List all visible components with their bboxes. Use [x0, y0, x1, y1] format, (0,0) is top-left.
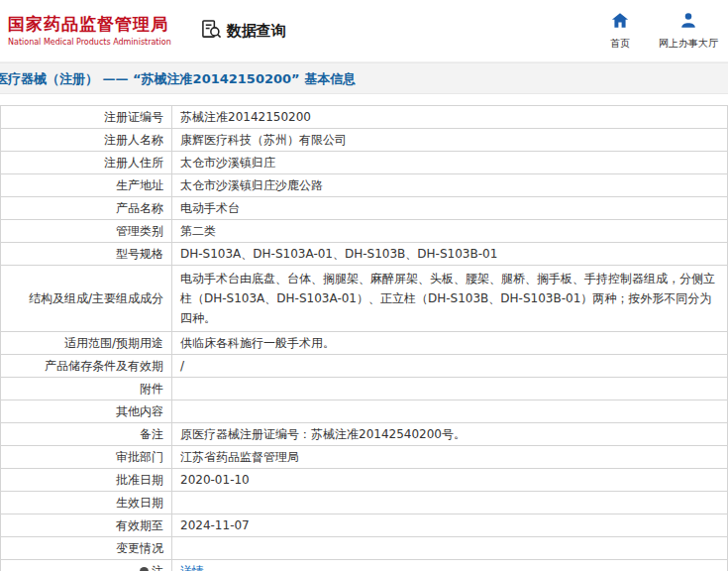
table-row: 生产地址 太仓市沙溪镇归庄沙鹿公路 — [1, 174, 728, 197]
table-row: 审批部门 江苏省药品监督管理局 — [1, 446, 728, 469]
row-label: 备注 — [1, 423, 172, 446]
table-row: 变更情况 — [1, 537, 728, 560]
data-query-icon — [201, 19, 227, 44]
row-value: 江苏省药品监督管理局 — [172, 446, 728, 469]
note-icon — [140, 567, 149, 571]
table-row: 生效日期 — [1, 492, 728, 514]
row-value — [172, 400, 728, 423]
row-value: 电动手术台 — [172, 197, 728, 220]
row-label: 生产地址 — [1, 174, 172, 197]
row-label: 产品名称 — [1, 197, 172, 220]
row-label: 变更情况 — [1, 537, 172, 560]
row-label: 其他内容 — [1, 400, 172, 423]
table-row: 附件 — [1, 378, 728, 400]
info-table: 注册证编号 苏械注准20142150200 注册人名称 康辉医疗科技（苏州）有限… — [0, 105, 728, 571]
page-title-bar: 医疗器械（注册） —— “苏械注准20142150200” 基本信息 — [0, 62, 728, 94]
row-label: 产品储存条件及有效期 — [1, 355, 172, 378]
nav-service-hall-label: 网上办事大厅 — [659, 37, 718, 51]
table-row: 产品名称 电动手术台 — [1, 197, 728, 220]
nav-home[interactable]: 首页 — [603, 12, 637, 51]
table-row: 管理类别 第二类 — [1, 220, 728, 243]
top-nav: 首页 网上办事大厅 — [603, 12, 728, 51]
row-label-note: 注 — [1, 560, 172, 571]
table-row: 适用范围/预期用途 供临床各科施行一般手术用。 — [1, 332, 728, 355]
nmpa-logo: 国家药品监督管理局 National Medical Products Admi… — [0, 15, 171, 47]
row-label: 注册证编号 — [1, 106, 172, 129]
row-label: 批准日期 — [1, 469, 172, 492]
row-value: 2024-11-07 — [172, 514, 728, 537]
row-value: 2020-01-10 — [172, 469, 728, 492]
row-label: 管理类别 — [1, 220, 172, 243]
site-header: 国家药品监督管理局 National Medical Products Admi… — [0, 0, 728, 62]
table-row: 注 详情 — [1, 560, 728, 571]
home-icon — [611, 12, 629, 33]
nav-service-hall[interactable]: 网上办事大厅 — [659, 12, 718, 51]
table-row: 注册证编号 苏械注准20142150200 — [1, 106, 728, 129]
row-value: / — [172, 355, 728, 378]
table-row: 产品储存条件及有效期 / — [1, 355, 728, 378]
row-label: 审批部门 — [1, 446, 172, 469]
row-label: 结构及组成/主要组成成分 — [1, 266, 172, 332]
table-row: 注册人住所 太仓市沙溪镇归庄 — [1, 152, 728, 174]
data-query-label: 数据查询 — [227, 22, 286, 41]
table-row: 备注 原医疗器械注册证编号：苏械注准20142540200号。 — [1, 423, 728, 446]
table-row: 其他内容 — [1, 400, 728, 423]
logo-title-en: National Medical Products Administration — [8, 38, 171, 47]
table-row: 注册人名称 康辉医疗科技（苏州）有限公司 — [1, 129, 728, 152]
row-value: 第二类 — [172, 220, 728, 243]
row-value — [172, 378, 728, 400]
data-query-tab[interactable]: 数据查询 — [201, 19, 286, 44]
table-row: 型号规格 DH-S103A、DH-S103A-01、DH-S103B、DH-S1… — [1, 243, 728, 266]
table-row: 批准日期 2020-01-10 — [1, 469, 728, 492]
row-value: 详情 — [172, 560, 728, 571]
row-value: DH-S103A、DH-S103A-01、DH-S103B、DH-S103B-0… — [172, 243, 728, 266]
logo-title-cn: 国家药品监督管理局 — [8, 15, 171, 35]
row-value — [172, 537, 728, 560]
row-label: 生效日期 — [1, 492, 172, 514]
note-label: 注 — [152, 564, 163, 571]
row-label: 有效期至 — [1, 514, 172, 537]
row-value: 电动手术台由底盘、台体、搁腿架、麻醉屏架、头板、腰架、腿桥、搁手板、手持控制器组… — [172, 266, 728, 332]
row-value: 太仓市沙溪镇归庄 — [172, 152, 728, 174]
row-value — [172, 492, 728, 514]
row-value: 康辉医疗科技（苏州）有限公司 — [172, 129, 728, 152]
row-value: 供临床各科施行一般手术用。 — [172, 332, 728, 355]
row-label: 注册人名称 — [1, 129, 172, 152]
detail-link[interactable]: 详情 — [180, 564, 204, 571]
row-label: 附件 — [1, 378, 172, 400]
row-value: 原医疗器械注册证编号：苏械注准20142540200号。 — [172, 423, 728, 446]
table-row: 有效期至 2024-11-07 — [1, 514, 728, 537]
person-icon — [679, 12, 697, 33]
page-title: 医疗器械（注册） —— “苏械注准20142150200” 基本信息 — [0, 71, 356, 86]
row-value: 太仓市沙溪镇归庄沙鹿公路 — [172, 174, 728, 197]
table-row: 结构及组成/主要组成成分 电动手术台由底盘、台体、搁腿架、麻醉屏架、头板、腰架、… — [1, 266, 728, 332]
nav-home-label: 首页 — [610, 37, 630, 51]
row-label: 注册人住所 — [1, 152, 172, 174]
row-label: 型号规格 — [1, 243, 172, 266]
row-label: 适用范围/预期用途 — [1, 332, 172, 355]
row-value: 苏械注准20142150200 — [172, 106, 728, 129]
